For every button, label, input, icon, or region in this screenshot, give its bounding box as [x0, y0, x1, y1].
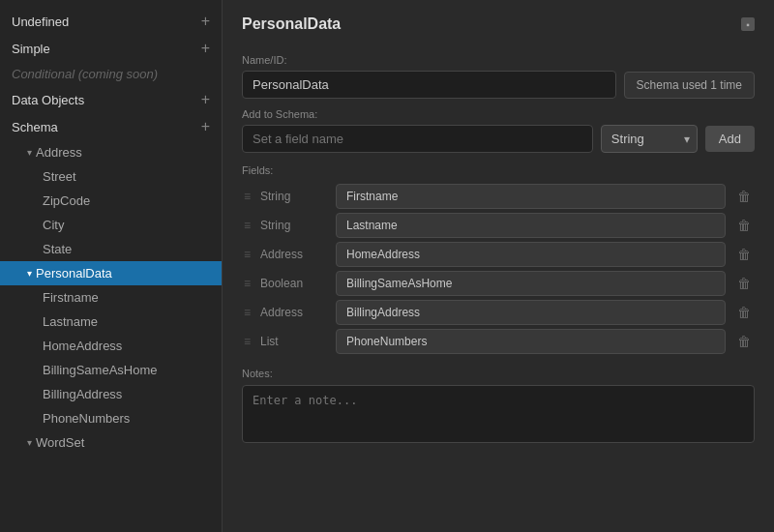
- add-icon-data-objects[interactable]: +: [201, 91, 210, 108]
- field-name-badge: BillingSameAsHome: [336, 271, 726, 296]
- sidebar-label-billingsameashome: BillingSameAsHome: [43, 363, 158, 377]
- notes-input[interactable]: [242, 385, 755, 443]
- sidebar-item-address[interactable]: ▾ Address: [0, 140, 222, 164]
- table-row: ≡ String Lastname 🗑: [242, 213, 755, 238]
- add-icon-undefined[interactable]: +: [201, 13, 210, 30]
- sidebar-label-state: State: [43, 242, 72, 256]
- sidebar-item-firstname[interactable]: Firstname: [0, 285, 222, 310]
- app-container: Undefined + Simple + Conditional (coming…: [0, 0, 774, 532]
- delete-icon[interactable]: 🗑: [733, 214, 755, 237]
- drag-handle[interactable]: ≡: [242, 333, 253, 350]
- field-type: Address: [260, 306, 328, 319]
- sidebar-item-data-objects[interactable]: Data Objects +: [0, 86, 222, 113]
- sidebar-label-simple: Simple: [12, 42, 50, 56]
- name-row: Schema used 1 time: [242, 71, 755, 99]
- delete-icon[interactable]: 🗑: [733, 272, 755, 295]
- field-name-badge: BillingAddress: [336, 300, 726, 325]
- sidebar-item-conditional: Conditional (coming soon): [0, 62, 222, 86]
- add-schema-row: String Boolean Address List Number Add: [242, 125, 755, 153]
- schema-badge: Schema used 1 time: [624, 72, 755, 99]
- sidebar-label-undefined: Undefined: [12, 15, 69, 29]
- sidebar-item-homeaddress[interactable]: HomeAddress: [0, 334, 222, 358]
- field-type: List: [260, 335, 328, 348]
- sidebar-item-simple[interactable]: Simple +: [0, 35, 222, 62]
- add-icon-simple[interactable]: +: [201, 40, 210, 57]
- sidebar-label-data-objects: Data Objects: [12, 93, 84, 107]
- type-select[interactable]: String Boolean Address List Number: [601, 125, 698, 153]
- sidebar-item-undefined[interactable]: Undefined +: [0, 8, 222, 35]
- sidebar-label-wordset: WordSet: [36, 435, 84, 450]
- chevron-wordset: ▾: [27, 437, 32, 448]
- sidebar-item-personaldata[interactable]: ▾ PersonalData: [0, 261, 222, 285]
- delete-icon[interactable]: 🗑: [733, 330, 755, 353]
- sidebar-label-address: Address: [36, 145, 82, 160]
- table-row: ≡ String Firstname 🗑: [242, 184, 755, 209]
- notes-label: Notes:: [242, 368, 755, 379]
- add-icon-schema[interactable]: +: [201, 118, 210, 135]
- sidebar-label-conditional: Conditional (coming soon): [12, 67, 158, 81]
- sidebar-label-phonenumbers: PhoneNumbers: [43, 411, 130, 426]
- name-label: Name/ID:: [242, 54, 755, 66]
- main-title: PersonalData: [242, 15, 341, 33]
- sidebar-item-lastname[interactable]: Lastname: [0, 310, 222, 334]
- close-button[interactable]: ▪: [741, 17, 755, 31]
- main-panel: PersonalData ▪ Name/ID: Schema used 1 ti…: [223, 0, 774, 532]
- field-type: String: [260, 190, 328, 203]
- sidebar-item-wordset[interactable]: ▾ WordSet: [0, 430, 222, 455]
- fields-label: Fields:: [242, 164, 755, 176]
- sidebar-label-lastname: Lastname: [43, 314, 98, 329]
- delete-icon[interactable]: 🗑: [733, 185, 755, 208]
- fields-list: ≡ String Firstname 🗑 ≡ String Lastname 🗑…: [242, 184, 755, 354]
- field-name-badge: Firstname: [336, 184, 726, 209]
- add-field-button[interactable]: Add: [705, 126, 755, 152]
- field-type: Address: [260, 248, 328, 261]
- field-name-input[interactable]: [242, 125, 593, 153]
- sidebar-item-phonenumbers[interactable]: PhoneNumbers: [0, 406, 222, 430]
- sidebar-item-state[interactable]: State: [0, 237, 222, 261]
- sidebar-label-zipcode: ZipCode: [43, 193, 90, 208]
- delete-icon[interactable]: 🗑: [733, 301, 755, 324]
- type-select-wrapper: String Boolean Address List Number: [601, 125, 698, 153]
- sidebar-item-schema[interactable]: Schema +: [0, 113, 222, 140]
- drag-handle[interactable]: ≡: [242, 217, 253, 234]
- table-row: ≡ Address BillingAddress 🗑: [242, 300, 755, 325]
- drag-handle[interactable]: ≡: [242, 275, 253, 292]
- sidebar-item-zipcode[interactable]: ZipCode: [0, 189, 222, 213]
- field-name-badge: HomeAddress: [336, 242, 726, 267]
- sidebar-item-street[interactable]: Street: [0, 164, 222, 189]
- table-row: ≡ Address HomeAddress 🗑: [242, 242, 755, 267]
- main-header: PersonalData ▪: [242, 15, 755, 33]
- sidebar: Undefined + Simple + Conditional (coming…: [0, 0, 223, 532]
- table-row: ≡ List PhoneNumbers 🗑: [242, 329, 755, 354]
- sidebar-label-street: Street: [43, 169, 76, 184]
- chevron-address: ▾: [27, 147, 32, 158]
- field-name-badge: Lastname: [336, 213, 726, 238]
- sidebar-item-billingsameashome[interactable]: BillingSameAsHome: [0, 358, 222, 382]
- table-row: ≡ Boolean BillingSameAsHome 🗑: [242, 271, 755, 296]
- drag-handle[interactable]: ≡: [242, 246, 253, 263]
- name-input[interactable]: [242, 71, 616, 99]
- sidebar-label-billingaddress: BillingAddress: [43, 387, 122, 401]
- drag-handle[interactable]: ≡: [242, 188, 253, 205]
- sidebar-label-firstname: Firstname: [43, 290, 99, 305]
- field-name-badge: PhoneNumbers: [336, 329, 726, 354]
- delete-icon[interactable]: 🗑: [733, 243, 755, 266]
- field-type: String: [260, 219, 328, 232]
- drag-handle[interactable]: ≡: [242, 304, 253, 321]
- chevron-personaldata: ▾: [27, 268, 32, 279]
- field-type: Boolean: [260, 277, 328, 290]
- sidebar-label-schema: Schema: [12, 120, 58, 134]
- add-schema-label: Add to Schema:: [242, 108, 755, 120]
- sidebar-label-personaldata: PersonalData: [36, 266, 112, 281]
- sidebar-label-homeaddress: HomeAddress: [43, 339, 122, 353]
- sidebar-item-billingaddress[interactable]: BillingAddress: [0, 382, 222, 406]
- sidebar-item-city[interactable]: City: [0, 213, 222, 237]
- sidebar-label-city: City: [43, 218, 64, 232]
